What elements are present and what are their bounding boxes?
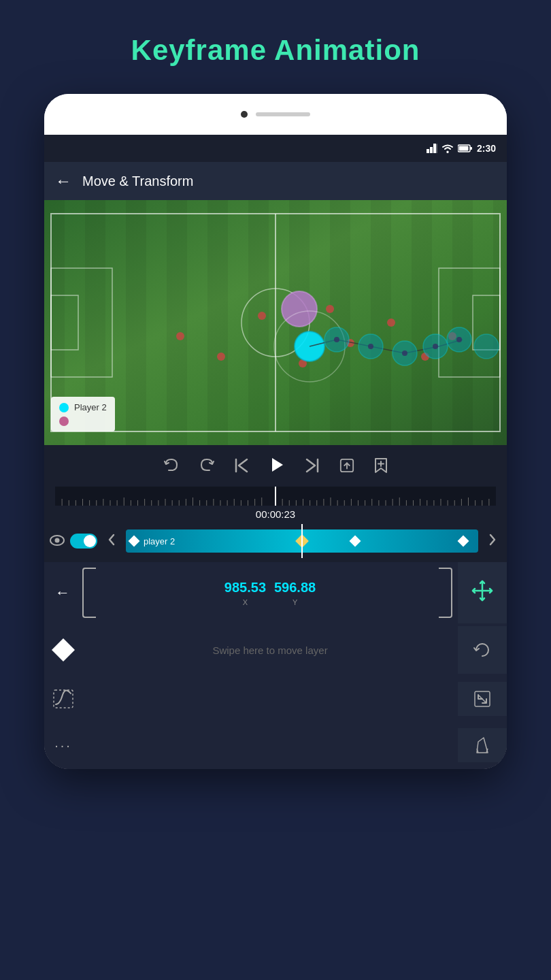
svg-point-4 [446, 151, 448, 153]
tool-left-dots: ··· [44, 732, 82, 759]
track-cursor-line [301, 524, 303, 558]
app-bar: ← Move & Transform [44, 162, 507, 200]
legend-dot-purple [59, 416, 69, 426]
signal-icon [427, 144, 437, 153]
battery-icon [458, 144, 473, 152]
svg-point-20 [258, 312, 266, 320]
track-toggle[interactable] [70, 534, 97, 549]
timeline-area: // ticks generated via CSS below [44, 487, 507, 525]
wifi-icon [441, 144, 454, 153]
svg-point-26 [326, 305, 334, 313]
rotate-icon [473, 640, 492, 659]
page-title: Keyframe Animation [131, 34, 420, 67]
move-icon [471, 580, 493, 606]
transform-back-button[interactable]: ← [55, 584, 70, 602]
x-value[interactable]: 985.53 [224, 580, 266, 595]
svg-point-42 [368, 344, 373, 349]
track-row: player 2 [44, 525, 507, 557]
tool-right-rotate[interactable] [458, 626, 507, 674]
svg-rect-6 [470, 147, 472, 150]
controls-bar: // ticks generated via CSS below [44, 445, 507, 562]
undo-button[interactable] [163, 458, 180, 477]
legend-item-purple [59, 416, 107, 426]
ease-icon[interactable] [53, 689, 73, 708]
svg-point-44 [433, 344, 438, 349]
coord-field-x: 985.53 X [224, 580, 266, 606]
legend-dot-cyan [59, 403, 69, 412]
svg-marker-123 [477, 738, 488, 753]
bottom-panel: ← 985.53 X 596.88 Y [44, 562, 507, 769]
svg-point-18 [176, 332, 184, 340]
keyframe-right [458, 536, 469, 547]
expand-icon [473, 690, 491, 708]
play-button[interactable] [268, 456, 286, 478]
svg-point-45 [456, 337, 462, 342]
transform-row: ← 985.53 X 596.88 Y [44, 562, 507, 623]
coord-field-y: 596.88 Y [274, 580, 316, 606]
svg-marker-47 [272, 458, 283, 472]
skip-end-button[interactable] [305, 458, 320, 477]
svg-marker-3 [435, 144, 437, 153]
svg-point-43 [402, 350, 407, 356]
transform-inputs: 985.53 X 596.88 Y [82, 562, 458, 623]
tool-right-expand[interactable] [458, 682, 507, 716]
svg-point-116 [55, 538, 60, 542]
status-icons: 2:30 [427, 143, 496, 154]
svg-marker-0 [427, 149, 429, 153]
skip-start-button[interactable] [234, 458, 249, 477]
coord-bracket-right [439, 568, 452, 618]
y-value[interactable]: 596.88 [274, 580, 316, 595]
svg-point-22 [387, 318, 395, 327]
phone-top-bar [44, 94, 507, 135]
svg-point-40 [474, 334, 499, 359]
legend-item-player2: Player 2 [59, 402, 107, 412]
skew-icon [473, 736, 492, 754]
track-nav-next[interactable] [484, 531, 501, 552]
legend-label-player2: Player 2 [74, 402, 107, 412]
keyframe-mid [349, 536, 361, 547]
track-eye-icon[interactable] [50, 534, 65, 549]
svg-point-27 [282, 291, 317, 327]
track-nav-prev[interactable] [103, 531, 120, 552]
keyframe-left [129, 536, 140, 547]
tool-left-keyframe [44, 642, 82, 658]
svg-point-41 [334, 337, 339, 342]
transform-left: ← [44, 562, 82, 623]
svg-point-19 [217, 353, 225, 361]
svg-marker-1 [430, 147, 433, 153]
camera-dot [241, 111, 248, 118]
more-options-button[interactable]: ··· [44, 732, 83, 759]
controls-buttons [44, 456, 507, 478]
tool-row-dots: ··· [44, 721, 507, 769]
coord-bracket-left [82, 568, 96, 618]
loop-button[interactable] [339, 458, 355, 477]
track-toggle-thumb [84, 535, 96, 547]
tool-left-strip [44, 689, 82, 708]
legend-box: Player 2 [51, 397, 115, 431]
speaker-bar [256, 112, 310, 116]
status-bar: 2:30 [44, 135, 507, 162]
keyframe-tool-icon[interactable] [52, 638, 75, 662]
swipe-area[interactable]: Swipe here to move layer [82, 631, 458, 670]
video-area: Player 2 [44, 200, 507, 445]
timeline-ruler[interactable]: // ticks generated via CSS below [55, 487, 496, 506]
x-label: X [243, 598, 248, 606]
redo-button[interactable] [199, 458, 215, 477]
tool-row-keyframe: Swipe here to move layer [44, 623, 507, 676]
tool-right-skew[interactable] [458, 728, 507, 762]
bookmark-button[interactable] [374, 457, 388, 478]
transform-right[interactable] [458, 562, 507, 623]
svg-rect-7 [458, 146, 468, 151]
back-button[interactable]: ← [55, 172, 71, 191]
track-strip[interactable]: player 2 [126, 529, 478, 553]
track-label: player 2 [144, 536, 175, 546]
status-time: 2:30 [477, 143, 496, 154]
y-label: Y [293, 598, 297, 606]
tool-row-strip [44, 676, 507, 721]
phone-frame: 2:30 ← Move & Transform [44, 94, 507, 769]
app-bar-title: Move & Transform [82, 174, 193, 189]
timecode-display: 00:00:23 [55, 506, 496, 525]
